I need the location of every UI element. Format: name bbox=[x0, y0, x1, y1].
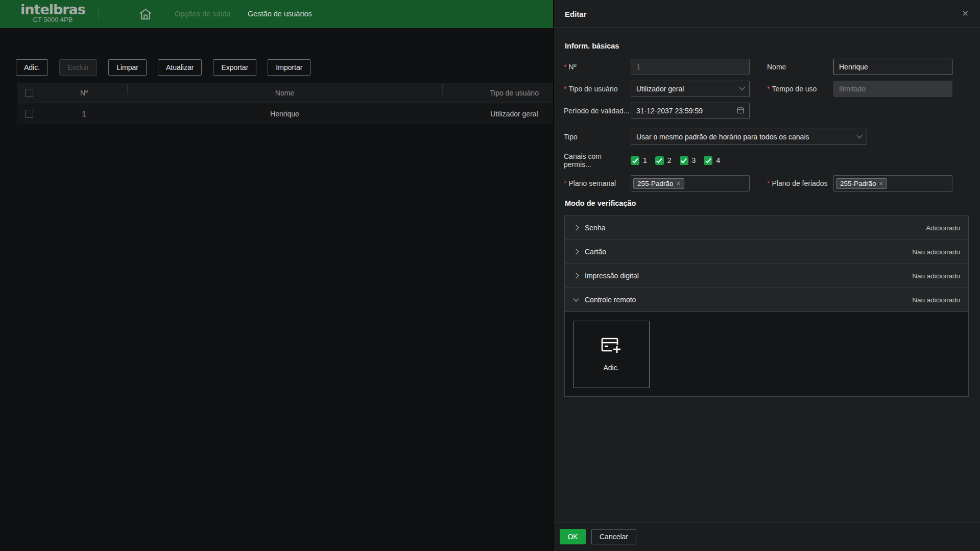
status-badge: Não adicionado bbox=[912, 296, 960, 304]
users-table: Nº Nome Tipo de usuário 1 Henrique Utili… bbox=[17, 83, 586, 125]
toolbar: Adic. Excluir Limpar Atualizar Exportar … bbox=[16, 59, 310, 76]
required-marker: * bbox=[564, 63, 566, 71]
edit-panel: Editar ✕ Inform. básicas *Nº 1 Nome Henr… bbox=[554, 0, 980, 551]
accordion-row-controle-remoto[interactable]: Controle remoto Não adicionado bbox=[565, 288, 968, 312]
chevron-down-icon bbox=[856, 133, 862, 138]
user-type-label: *Tipo de usuário bbox=[564, 85, 631, 93]
home-icon[interactable] bbox=[138, 7, 153, 21]
form-row-5: Canais com permis... 1 2 3 4 bbox=[564, 152, 968, 169]
chevron-down-icon bbox=[573, 296, 579, 301]
add-button[interactable]: Adic. bbox=[16, 59, 48, 76]
topbar-divider bbox=[99, 9, 99, 19]
nav-gestao-de-usuarios[interactable]: Gestão de usuários bbox=[248, 0, 312, 28]
channels-label: Canais com permis... bbox=[564, 152, 631, 169]
accordion-row-senha[interactable]: Senha Adicionado bbox=[565, 216, 968, 240]
close-icon[interactable]: ✕ bbox=[962, 8, 969, 19]
chevron-right-icon bbox=[573, 249, 579, 254]
delete-button[interactable]: Excluir bbox=[59, 59, 97, 76]
form-row-1: *Nº 1 Nome Henrique bbox=[564, 59, 968, 75]
plan-tag: 255-Padrão × bbox=[633, 178, 684, 189]
table-header: Nº Nome Tipo de usuário bbox=[17, 83, 586, 103]
form-row-3: Período de validad... 31-12-2037 23:59:5… bbox=[564, 103, 968, 119]
chevron-down-icon bbox=[739, 85, 745, 90]
panel-footer: OK Cancelar bbox=[554, 522, 980, 551]
schedule-type-select[interactable]: Usar o mesmo padrão de horário para todo… bbox=[631, 129, 867, 145]
import-button[interactable]: Importar bbox=[268, 59, 310, 76]
refresh-button[interactable]: Atualizar bbox=[158, 59, 202, 76]
select-all-checkbox[interactable] bbox=[25, 89, 33, 97]
status-badge: Não adicionado bbox=[912, 248, 960, 256]
weekly-plan-label: *Plano semanal bbox=[564, 179, 631, 187]
cell-num: 1 bbox=[41, 110, 127, 118]
controle-remoto-panel: Adic. bbox=[565, 312, 968, 396]
name-field[interactable]: Henrique bbox=[833, 59, 952, 75]
usage-time-field: Ilimitado bbox=[833, 81, 952, 97]
panel-header: Editar ✕ bbox=[554, 0, 980, 28]
ok-button[interactable]: OK bbox=[560, 529, 586, 544]
channel-2-checkbox[interactable]: 2 bbox=[655, 156, 672, 165]
form-row-6: *Plano semanal 255-Padrão × *Plano de fe… bbox=[564, 175, 968, 191]
num-label: *Nº bbox=[564, 63, 631, 71]
panel-title: Editar bbox=[565, 0, 587, 28]
holiday-plan-label: *Plano de feriados bbox=[767, 179, 833, 187]
user-type-select[interactable]: Utilizador geral bbox=[631, 81, 750, 97]
chevron-right-icon bbox=[573, 273, 579, 278]
status-badge: Adicionado bbox=[926, 224, 960, 232]
section-basic-info: Inform. básicas bbox=[565, 42, 968, 50]
export-button[interactable]: Exportar bbox=[213, 59, 256, 76]
chevron-right-icon bbox=[573, 225, 579, 230]
calendar-icon[interactable] bbox=[737, 106, 744, 115]
usage-time-label: *Tempo de uso bbox=[767, 85, 833, 93]
validity-date-field[interactable]: 31-12-2037 23:59:59 bbox=[631, 103, 750, 119]
schedule-type-label: Tipo bbox=[564, 133, 631, 141]
screen: intelbras CT 5000 4PB Opções de saída Ge… bbox=[0, 0, 980, 551]
panel-body: Inform. básicas *Nº 1 Nome Henrique *Tip… bbox=[554, 28, 980, 522]
brand-name: intelbras bbox=[20, 3, 85, 17]
add-remote-card[interactable]: Adic. bbox=[573, 321, 650, 388]
cancel-button[interactable]: Cancelar bbox=[591, 529, 636, 544]
accordion-row-impressao-digital[interactable]: Impressão digital Não adicionado bbox=[565, 264, 968, 288]
name-label: Nome bbox=[767, 63, 833, 71]
holiday-plan-field[interactable]: 255-Padrão × bbox=[833, 175, 952, 191]
remove-tag-icon[interactable]: × bbox=[677, 180, 681, 187]
plan-tag: 255-Padrão × bbox=[836, 178, 887, 189]
column-header-num: Nº bbox=[41, 89, 127, 97]
add-card-label: Adic. bbox=[603, 364, 619, 372]
num-field: 1 bbox=[631, 59, 750, 75]
checked-checkbox-icon bbox=[655, 156, 664, 165]
checked-checkbox-icon bbox=[704, 156, 712, 165]
channel-1-checkbox[interactable]: 1 bbox=[631, 156, 647, 165]
clear-button[interactable]: Limpar bbox=[108, 59, 147, 76]
status-badge: Não adicionado bbox=[912, 272, 960, 280]
weekly-plan-field[interactable]: 255-Padrão × bbox=[631, 175, 750, 191]
form-row-2: *Tipo de usuário Utilizador geral *Tempo… bbox=[564, 81, 968, 97]
channel-3-checkbox[interactable]: 3 bbox=[680, 156, 696, 165]
table-row[interactable]: 1 Henrique Utilizador geral bbox=[17, 103, 586, 125]
row-checkbox[interactable] bbox=[25, 110, 33, 118]
accordion-row-cartao[interactable]: Cartão Não adicionado bbox=[565, 240, 968, 264]
form-row-4: Tipo Usar o mesmo padrão de horário para… bbox=[564, 129, 968, 145]
validity-label: Período de validad... bbox=[564, 107, 631, 115]
add-card-icon bbox=[601, 338, 622, 357]
nav-opcoes-de-saida[interactable]: Opções de saída bbox=[175, 0, 231, 28]
checked-checkbox-icon bbox=[631, 156, 639, 165]
remove-tag-icon[interactable]: × bbox=[879, 180, 883, 187]
checked-checkbox-icon bbox=[680, 156, 688, 165]
verification-accordion: Senha Adicionado Cartão Não adicionado I… bbox=[564, 215, 969, 397]
column-header-name: Nome bbox=[127, 89, 442, 97]
intelbras-logo: intelbras CT 5000 4PB bbox=[20, 3, 85, 23]
cell-name: Henrique bbox=[127, 110, 442, 118]
section-verification-mode: Modo de verificação bbox=[565, 199, 968, 207]
channel-4-checkbox[interactable]: 4 bbox=[704, 156, 720, 165]
